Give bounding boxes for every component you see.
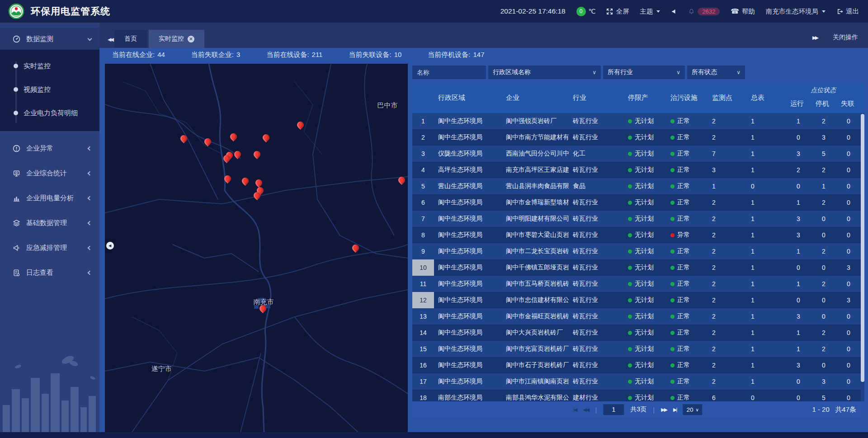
col-industry: 行业 xyxy=(569,82,624,113)
cell-index: 13 xyxy=(412,308,434,325)
table-row[interactable]: 2 阆中生态环境局 阆中市南方节能建材有 砖瓦行业 无计划 xyxy=(412,129,863,146)
map-collapse-button[interactable]: ◀ xyxy=(105,239,115,252)
sidebar-item-enterprise-statistics[interactable]: 企业综合统计 xyxy=(0,162,99,184)
table-row[interactable]: 6 阆中生态环境局 阆中市金博瑞新型墙材 砖瓦行业 无计划 xyxy=(412,194,863,211)
fullscreen-icon xyxy=(606,8,613,15)
cell-region: 营山生态环境局 xyxy=(434,182,502,190)
sidebar: 数据监测 实时监控 视频监控 企业电力负荷明细 企业异常 xyxy=(0,23,99,432)
cell-index: 10 xyxy=(412,259,434,276)
table-row[interactable]: 3 仪陇生态环境局 西南油气田分公司川中 化工 无计划 xyxy=(412,146,863,162)
table-row[interactable]: 7 阆中生态环境局 阆中明阳建材有限公司 砖瓦行业 无计划 xyxy=(412,211,863,227)
close-operations-button[interactable]: 关闭操作 xyxy=(833,33,858,42)
cell-index: 15 xyxy=(412,341,434,357)
cell-index: 3 xyxy=(412,146,434,162)
sidebar-subitem-realtime-monitor[interactable]: 实时监控 xyxy=(0,54,99,78)
table-row[interactable]: 13 阆中生态环境局 阆中市金福旺页岩机砖 砖瓦行业 无计划 xyxy=(412,308,863,325)
cell-limit: 无计划 xyxy=(624,182,666,190)
facility-status-dot xyxy=(670,331,675,335)
cell-region: 阆中生态环境局 xyxy=(434,264,502,272)
next-page-button[interactable]: ▶▶ xyxy=(661,407,667,413)
sidebar-skyline-decoration xyxy=(0,346,99,432)
industry-filter-select[interactable]: 所有行业 ∨ xyxy=(603,66,685,79)
stat-item: 当前在线设备: 211 xyxy=(266,51,322,59)
table-row[interactable]: 10 阆中生态环境局 阆中千佛镇五郎垭页岩 砖瓦行业 无计划 xyxy=(412,259,863,276)
cell-lost: 0 xyxy=(836,280,861,287)
user-org-menu[interactable]: 南充市生态环境局 xyxy=(766,7,826,16)
region-filter-select[interactable]: 行政区域名称 ∨ xyxy=(488,66,601,79)
table-row[interactable]: 18 南部生态环境局 南部县鸿华水泥有限公 建材行业 无计划 xyxy=(412,390,863,401)
table-row[interactable]: 8 阆中生态环境局 阆中市枣碧大梁山页岩 砖瓦行业 无计划 xyxy=(412,227,863,243)
total-pages-label: 共3页 xyxy=(630,405,646,414)
main-area: ◀◀ 首页 实时监控 ✕ ▶▶ 关闭操作 当前在线企业: 4 xyxy=(99,23,868,432)
cell-running: 1 xyxy=(786,118,811,125)
logout-button[interactable]: 退出 xyxy=(836,7,859,16)
chevron-left-icon xyxy=(88,271,92,275)
cell-index: 17 xyxy=(412,373,434,390)
table-row[interactable]: 15 阆中生态环境局 阆中市光富页岩机砖厂 砖瓦行业 无计划 xyxy=(412,341,863,357)
notifications-button[interactable]: 2632 xyxy=(688,8,720,15)
table-scrollbar[interactable] xyxy=(861,113,864,401)
page-number-input[interactable] xyxy=(603,404,624,415)
select-value: 所有行业 xyxy=(608,68,633,76)
fullscreen-button[interactable]: 全屏 xyxy=(606,7,629,16)
tab-realtime-monitor[interactable]: 实时监控 ✕ xyxy=(149,30,204,48)
chevron-down-icon: ∨ xyxy=(695,407,698,412)
cell-industry: 砖瓦行业 xyxy=(569,329,624,337)
cell-meters: 1 xyxy=(747,329,786,336)
sidebar-item-enterprise-abnormal[interactable]: 企业异常 xyxy=(0,137,99,159)
first-page-button[interactable]: |◀ xyxy=(573,407,576,413)
cell-region: 阆中生态环境局 xyxy=(434,329,502,337)
cell-region: 南部生态环境局 xyxy=(434,394,502,401)
table-row[interactable]: 16 阆中生态环境局 阆中市石子页岩机砖厂 砖瓦行业 无计划 xyxy=(412,357,863,373)
table-row[interactable]: 1 阆中生态环境局 阆中强锐页岩砖厂 砖瓦行业 无计划 xyxy=(412,113,863,129)
tabs-scroll-right-button[interactable]: ▶▶ xyxy=(812,35,817,41)
cell-index: 4 xyxy=(412,162,434,178)
last-page-button[interactable]: ▶| xyxy=(673,407,676,413)
cell-running: 3 xyxy=(786,362,811,369)
status-filter-select[interactable]: 所有状态 ∨ xyxy=(687,66,745,79)
name-filter-input[interactable] xyxy=(412,66,486,79)
table-row[interactable]: 11 阆中生态环境局 阆中市五马桥页岩机砖 砖瓦行业 无计划 xyxy=(412,276,863,292)
sidebar-item-label: 企业综合统计 xyxy=(26,169,67,178)
table-body: 1 阆中生态环境局 阆中强锐页岩砖厂 砖瓦行业 无计划 xyxy=(412,113,863,401)
sidebar-item-emergency-reduction[interactable]: 应急减排管理 xyxy=(0,237,99,259)
close-icon[interactable]: ✕ xyxy=(188,36,194,42)
table-row[interactable]: 4 高坪生态环境局 南充市高坪区王家店建 砖瓦行业 无计划 xyxy=(412,162,863,178)
facility-status-dot xyxy=(670,282,675,286)
help-button[interactable]: ☎ 帮助 xyxy=(731,7,755,16)
sidebar-item-data-monitoring[interactable]: 数据监测 xyxy=(0,28,99,50)
cell-index: 18 xyxy=(412,390,434,401)
cell-company: 阆中市五马桥页岩机砖 xyxy=(502,280,569,288)
scrollbar-thumb[interactable] xyxy=(861,114,864,382)
cell-points: 2 xyxy=(708,231,747,239)
sidebar-item-base-data[interactable]: 基础数据管理 xyxy=(0,212,99,234)
pagination-divider: | xyxy=(653,406,655,414)
map-panel[interactable]: 巴中市南充市遂宁市 ◀ xyxy=(105,64,408,432)
cell-industry: 砖瓦行业 xyxy=(569,280,624,288)
sidebar-subitem-power-load-detail[interactable]: 企业电力负荷明细 xyxy=(0,101,99,125)
table-row[interactable]: 14 阆中生态环境局 阆中大兴页岩机砖厂 砖瓦行业 无计划 xyxy=(412,325,863,341)
cell-running: 1 xyxy=(786,248,811,255)
col-points: 监测点 xyxy=(708,82,747,113)
col-running: 运行 xyxy=(786,99,811,108)
cell-facility-status: 正常 xyxy=(666,264,708,272)
cell-meters: 1 xyxy=(747,378,786,385)
sidebar-item-power-analysis[interactable]: 企业用电量分析 xyxy=(0,187,99,209)
table-row[interactable]: 17 阆中生态环境局 阆中市江南镇阆南页岩 砖瓦行业 无计划 xyxy=(412,373,863,390)
tab-home[interactable]: 首页 xyxy=(114,30,147,48)
tabs-scroll-left-button[interactable]: ◀◀ xyxy=(108,37,113,42)
bell-icon xyxy=(688,8,695,15)
sound-toggle-button[interactable] xyxy=(671,8,677,14)
chevron-left-icon xyxy=(88,171,92,176)
table-row[interactable]: 12 阆中生态环境局 阆中市忠信建材有限公 砖瓦行业 无计划 xyxy=(412,292,863,308)
table-row[interactable]: 9 阆中生态环境局 阆中市二龙长宝页岩砖 砖瓦行业 无计划 xyxy=(412,243,863,259)
prev-page-button[interactable]: ◀◀ xyxy=(583,407,589,413)
sidebar-item-log-view[interactable]: 日志查看 xyxy=(0,262,99,283)
page-size-select[interactable]: 20 ∨ xyxy=(683,404,702,415)
enterprise-table: 行政区域 企业 行业 停限产 治污设施 监测点 总表 点位状态 运行 xyxy=(412,82,863,401)
table-row[interactable]: 5 营山生态环境局 营山县润丰肉食品有限 食品 无计划 xyxy=(412,178,863,194)
sidebar-subitem-video-monitor[interactable]: 视频监控 xyxy=(0,78,99,101)
cell-limit: 无计划 xyxy=(624,117,666,125)
theme-menu-button[interactable]: 主题 xyxy=(640,7,660,16)
cell-lost: 0 xyxy=(836,166,861,174)
